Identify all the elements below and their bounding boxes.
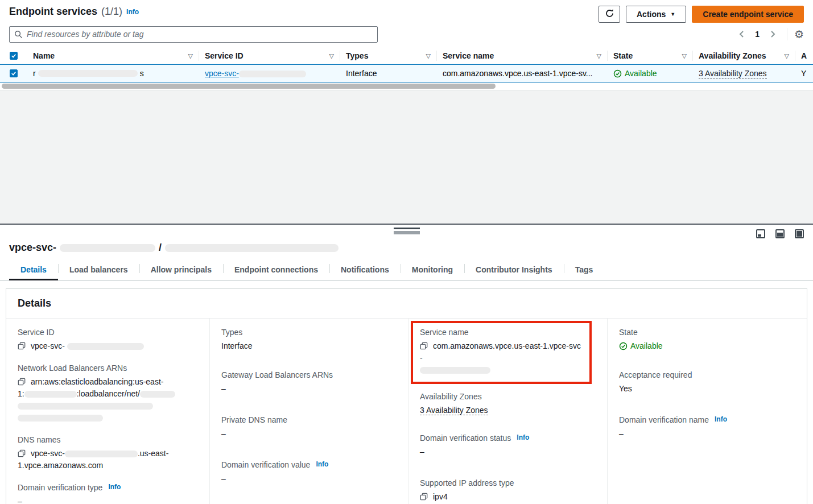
service-id-text: vpce-svc- [205,69,239,78]
panel-size-medium-icon[interactable] [775,229,785,238]
search-input[interactable] [9,26,378,43]
filter-icon[interactable]: ▽ [597,52,601,60]
field-domain-verification-type: Domain verification type Info – [18,483,198,504]
tab-monitoring[interactable]: Monitoring [401,262,464,280]
copy-icon[interactable] [18,378,26,386]
field-label: Network Load Balancers ARNs [18,363,198,373]
redacted-service-id [239,71,306,77]
tab-endpoint-connections[interactable]: Endpoint connections [223,262,329,280]
refresh-button[interactable] [599,6,620,23]
column-header-service-id[interactable]: Service ID ▽ [199,51,340,61]
row-checkbox[interactable] [10,69,18,77]
page-title: Endpoint services [9,6,97,18]
types-value: Interface [221,340,397,352]
tab-contributor-insights[interactable]: Contributor Insights [464,262,564,280]
cell-service-id: vpce-svc- [199,69,340,78]
details-card-body: Service ID vpce-svc- Network Load Balanc… [6,319,807,504]
acceptance-value: Yes [619,383,795,395]
column-header-types[interactable]: Types ▽ [340,51,437,61]
empty-value: – [18,495,198,504]
state-badge: Available [613,69,657,78]
service-name-text: com.amazonaws.vpce.us-east-1.vpce-sv... [443,69,593,78]
tab-allow-principals[interactable]: Allow principals [139,262,223,280]
previous-page-button[interactable] [734,28,749,40]
preferences-gear-icon[interactable]: ⚙ [794,29,804,40]
redacted-value [18,415,103,422]
info-link[interactable]: Info [126,8,139,16]
copy-icon[interactable] [18,342,26,350]
panel-size-small-icon[interactable] [756,229,765,238]
table-row[interactable]: r s vpce-svc- Interface com.amazonaws.vp… [0,64,813,82]
dns-name-line2: 1.vpce.amazonaws.com [18,461,103,470]
tab-tags[interactable]: Tags [564,262,605,280]
state-text: Available [630,340,663,352]
column-header-service-name[interactable]: Service name ▽ [437,51,608,61]
column-label: State [613,51,633,60]
filter-icon[interactable]: ▽ [682,52,687,60]
column-header-state[interactable]: State ▽ [608,51,693,61]
split-panel: vpce-svc- / Details Load balancers Allow… [0,224,813,504]
nlb-arn-line2: 1: [18,389,24,398]
copy-icon[interactable] [420,493,428,501]
cell-name: r s [27,69,199,78]
tab-load-balancers[interactable]: Load balancers [58,262,139,280]
column-label: Service name [443,51,494,60]
tab-notifications[interactable]: Notifications [329,262,401,280]
service-id-link[interactable]: vpce-svc- [205,69,306,78]
tab-details[interactable]: Details [9,262,58,280]
field-label: State [619,328,795,337]
current-page-number[interactable]: 1 [752,30,763,39]
field-label: Domain verification value [221,460,310,469]
field-label: Service ID [18,328,198,337]
field-private-dns-name: Private DNS name – [221,415,397,440]
field-label: Supported IP address type [420,478,596,488]
info-link[interactable]: Info [316,460,328,468]
field-domain-verification-status: Domain verification status Info – [420,433,596,458]
column-header-availability-zones[interactable]: Availability Zones ▽ [693,51,795,61]
details-column-1: Service ID vpce-svc- Network Load Balanc… [6,319,209,504]
table-header-row: Name ▽ Service ID ▽ Types ▽ Service name… [0,48,813,64]
filter-icon[interactable]: ▽ [426,52,431,60]
divider [787,28,787,40]
create-button-label: Create endpoint service [703,10,793,19]
info-link[interactable]: Info [108,483,121,491]
filter-icon[interactable]: ▽ [785,52,789,60]
field-nlb-arns: Network Load Balancers ARNs arn:aws:elas… [18,363,198,424]
empty-value: – [221,428,397,440]
toolbar: 1 ⚙ [0,23,813,48]
field-availability-zones: Availability Zones 3 Availability Zones [420,392,596,416]
redacted-value [420,367,490,374]
empty-value: – [221,473,397,485]
filter-icon[interactable]: ▽ [188,52,193,60]
field-dns-names: DNS names vpce-svc-.us-east- 1.vpce.amaz… [18,435,198,472]
horizontal-scrollbar-thumb[interactable] [2,84,496,89]
split-panel-resize-handle[interactable] [394,228,420,234]
actions-button-label: Actions [637,10,666,19]
dns-name-line1: vpce-svc- [31,449,65,458]
filter-icon[interactable]: ▽ [329,52,334,60]
info-link[interactable]: Info [715,415,727,423]
panel-size-full-icon[interactable] [795,229,804,238]
copy-icon[interactable] [18,449,26,457]
nlb-arn-line1: arn:aws:elasticloadbalancing:us-east- [31,377,163,386]
actions-button[interactable]: Actions ▼ [626,6,686,23]
select-all-cell [0,52,27,60]
cell-service-name: com.amazonaws.vpce.us-east-1.vpce-sv... [437,69,608,78]
redacted-title-name [165,244,339,252]
next-page-button[interactable] [765,28,780,40]
select-all-checkbox[interactable] [10,52,18,60]
details-column-2: Types Interface Gateway Load Balancers A… [209,319,408,504]
refresh-icon [605,9,614,20]
column-header-name[interactable]: Name ▽ [27,51,199,61]
state-badge: Available [619,340,795,352]
info-link[interactable]: Info [517,433,529,441]
copy-icon[interactable] [420,342,428,350]
create-endpoint-service-button[interactable]: Create endpoint service [692,6,804,23]
details-card: Details Service ID vpce-svc- N [6,288,807,504]
availability-zones-popover-trigger[interactable]: 3 Availability Zones [420,406,488,415]
availability-zones-popover-trigger[interactable]: 3 Availability Zones [699,69,767,79]
endpoint-services-page: Endpoint services (1/1) Info Actions ▼ C… [0,0,813,504]
available-check-icon [619,342,628,350]
column-header-acceptance[interactable]: A [795,51,813,61]
field-label: Service name [420,328,583,337]
